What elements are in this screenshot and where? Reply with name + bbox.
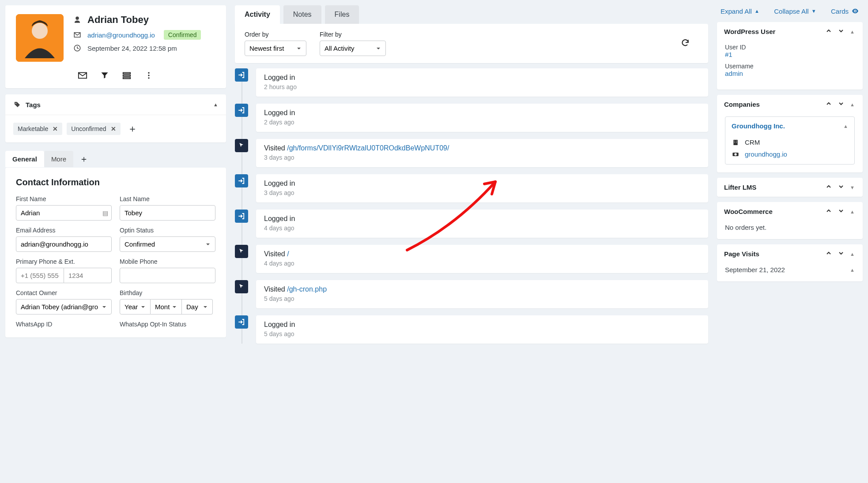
profile-name: Adrian Tobey	[87, 14, 149, 26]
svg-point-18	[734, 153, 736, 155]
tab-files[interactable]: Files	[325, 5, 359, 24]
mobile-label: Mobile Phone	[120, 258, 215, 265]
birthday-month-select[interactable]: Mont	[151, 299, 182, 315]
profile-email[interactable]: adrian@groundhogg.io	[87, 31, 155, 39]
refresh-button[interactable]	[681, 38, 690, 49]
company-header[interactable]: Groundhogg Inc. ▲	[725, 117, 854, 135]
order-by-select[interactable]: Newest first	[245, 41, 306, 56]
woo-header[interactable]: WooCommerce ▲	[717, 202, 863, 221]
filter-by-select[interactable]: All Activity	[320, 41, 386, 56]
add-tag-button[interactable]: ＋	[125, 122, 140, 135]
birthday-day-select[interactable]: Day	[182, 299, 213, 315]
chevron-down-icon[interactable]	[837, 100, 845, 109]
tags-panel: Tags ▲ Marketable✕Unconfirmed✕＋	[5, 94, 226, 142]
chevron-up-icon[interactable]	[824, 27, 833, 36]
timeline-time: 3 days ago	[264, 154, 700, 161]
clock-icon	[73, 44, 81, 52]
timeline-item: Visited /gh-cron.php5 days ago	[235, 280, 708, 308]
timeline-body: Logged in2 days ago	[256, 104, 708, 132]
caret-up-icon[interactable]: ▲	[849, 102, 856, 107]
add-tab-button[interactable]: ＋	[73, 149, 94, 169]
woo-empty-text: No orders yet.	[725, 224, 766, 231]
chevron-up-icon[interactable]	[824, 100, 833, 109]
user-id-label: User ID	[725, 44, 855, 51]
visits-header[interactable]: Page Visits ▲	[717, 244, 863, 263]
timeline-title: Visited /gh-cron.php	[264, 285, 700, 293]
tags-title: Tags	[26, 101, 209, 109]
email-input[interactable]	[16, 236, 112, 252]
lifter-title: Lifter LMS	[724, 183, 821, 191]
timeline-body: Logged in3 days ago	[256, 174, 708, 202]
building-icon	[732, 139, 740, 146]
caret-up-icon: ▲	[755, 8, 759, 14]
caret-down-icon: ▼	[811, 8, 816, 14]
timeline-item: Logged in5 days ago	[235, 315, 708, 344]
first-name-input[interactable]	[16, 205, 112, 221]
chevron-down-icon[interactable]	[837, 250, 845, 258]
timeline-link[interactable]: /gh-cron.php	[287, 285, 327, 293]
optin-label: Optin Status	[120, 227, 215, 234]
tab-notes[interactable]: Notes	[283, 5, 321, 24]
chevron-up-icon[interactable]	[824, 183, 833, 191]
cursor-icon	[235, 139, 248, 152]
timeline-body: Logged in2 hours ago	[256, 68, 708, 97]
timeline-link[interactable]: /gh/forms/VDlIYi9rRWlzalU0T0ROdkdBeWpNUT…	[287, 144, 449, 152]
svg-rect-13	[734, 141, 735, 141]
birthday-label: Birthday	[120, 289, 215, 296]
timeline-title: Logged in	[264, 215, 700, 223]
svg-rect-16	[736, 142, 736, 142]
chevron-down-icon[interactable]	[837, 207, 845, 216]
compose-email-icon[interactable]	[78, 71, 87, 80]
tag-remove-button[interactable]: ✕	[111, 125, 116, 132]
optin-select[interactable]: Confirmed	[120, 236, 215, 252]
mobile-input[interactable]	[120, 268, 215, 283]
caret-up-icon: ▲	[213, 102, 218, 107]
company-site-link[interactable]: groundhogg.io	[745, 150, 787, 158]
expand-all-link[interactable]: Expand All ▲	[721, 7, 759, 15]
tags-panel-header[interactable]: Tags ▲	[5, 94, 226, 115]
username-link[interactable]: admin	[725, 70, 743, 77]
login-icon	[235, 315, 248, 329]
cards-link[interactable]: Cards	[831, 7, 859, 15]
svg-rect-6	[123, 78, 131, 79]
timeline-time: 4 days ago	[264, 225, 700, 232]
user-id-link[interactable]: #1	[725, 51, 732, 58]
birthday-year-select[interactable]: Year	[120, 299, 151, 315]
chevron-up-icon[interactable]	[824, 207, 833, 216]
phone-input[interactable]	[16, 268, 64, 283]
svg-point-10	[15, 103, 16, 104]
tab-more[interactable]: More	[44, 151, 73, 167]
company-name-link[interactable]: Groundhogg Inc.	[732, 122, 843, 130]
login-icon	[235, 210, 248, 223]
tab-general[interactable]: General	[5, 151, 44, 167]
chevron-down-icon[interactable]	[837, 183, 845, 191]
person-icon	[73, 16, 81, 24]
tag-remove-button[interactable]: ✕	[53, 125, 58, 132]
timeline-link[interactable]: /	[287, 250, 289, 258]
chevron-down-icon[interactable]	[837, 27, 845, 36]
caret-down-icon[interactable]: ▼	[849, 185, 856, 190]
list-icon[interactable]	[122, 71, 132, 80]
visits-date: September 21, 2022	[725, 266, 850, 273]
timeline-item: Logged in2 days ago	[235, 104, 708, 132]
caret-up-icon[interactable]: ▲	[849, 29, 856, 34]
timeline-item: Logged in3 days ago	[235, 174, 708, 202]
phone-ext-input[interactable]	[64, 268, 112, 283]
caret-up-icon[interactable]: ▲	[849, 209, 856, 214]
order-by-label: Order by	[245, 31, 306, 38]
wp-user-header[interactable]: WordPress User ▲	[717, 22, 863, 41]
lifter-header[interactable]: Lifter LMS ▼	[717, 178, 863, 197]
owner-select[interactable]: Adrian Tobey (adrian@gro	[16, 299, 112, 315]
last-name-input[interactable]	[120, 205, 215, 221]
chevron-up-icon[interactable]	[824, 250, 833, 258]
companies-header[interactable]: Companies ▲	[717, 95, 863, 114]
company-type: CRM	[745, 139, 760, 146]
caret-up-icon[interactable]: ▲	[849, 251, 856, 257]
collapse-all-link[interactable]: Collapse All ▼	[774, 7, 816, 15]
svg-rect-5	[123, 75, 131, 76]
tab-activity[interactable]: Activity	[235, 5, 280, 24]
funnel-icon[interactable]	[100, 71, 109, 80]
caret-up-icon[interactable]: ▲	[850, 267, 855, 273]
timeline-item: Visited /4 days ago	[235, 245, 708, 273]
more-vertical-icon[interactable]	[144, 71, 154, 80]
